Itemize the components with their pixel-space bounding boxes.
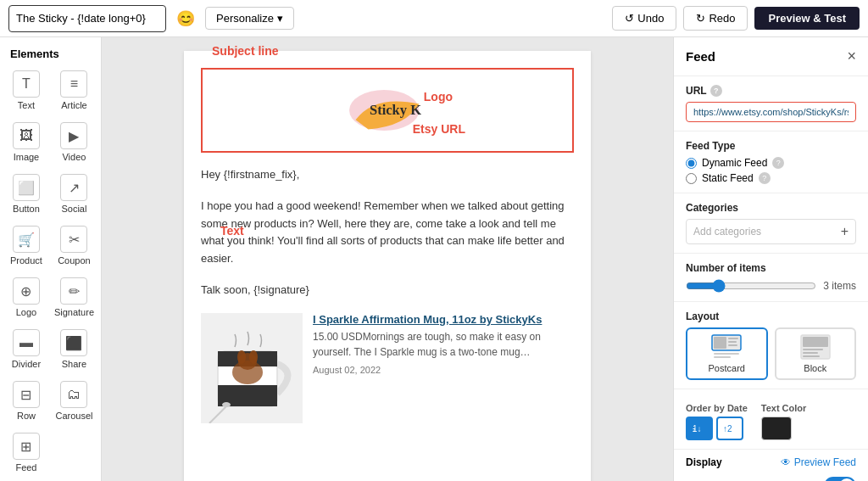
add-category-button[interactable]: + — [841, 224, 849, 239]
svg-rect-16 — [714, 353, 739, 355]
svg-text:↑2: ↑2 — [723, 424, 732, 433]
signature-icon: ✏ — [60, 277, 87, 305]
url-info-icon[interactable]: ? — [710, 85, 722, 97]
svg-line-9 — [209, 406, 226, 423]
canvas: Subject line Logo Etsy URL Text Sticky K — [102, 37, 673, 481]
sidebar-item-label: Product — [10, 255, 42, 266]
order-date-group: Order by Date 1↓ ₂ ↑2 — [686, 403, 748, 440]
num-items-label: Number of items — [686, 262, 856, 274]
subject-input[interactable] — [8, 5, 166, 32]
sidebar-title: Elements — [3, 44, 97, 65]
personalize-button[interactable]: Personalize ▾ — [205, 7, 294, 30]
static-feed-radio[interactable] — [686, 173, 697, 184]
text-color-label: Text Color — [761, 403, 807, 413]
static-feed-label: Static Feed — [702, 172, 754, 184]
image-toggle[interactable] — [824, 477, 856, 481]
sidebar-item-image[interactable]: 🖼 Image — [3, 117, 49, 167]
sidebar-item-carousel[interactable]: 🗂 Carousel — [51, 376, 97, 426]
left-sidebar: Elements T Text ≡ Article 🖼 Image ▶ Vide… — [0, 37, 102, 481]
redo-icon: ↻ — [696, 12, 705, 25]
sidebar-item-article[interactable]: ≡ Article — [51, 65, 97, 115]
text-color-swatch[interactable] — [761, 417, 792, 440]
carousel-icon: 🗂 — [60, 381, 87, 408]
sidebar-item-label: Text — [18, 100, 35, 110]
sidebar-item-video[interactable]: ▶ Video — [51, 117, 97, 167]
block-layout-icon — [800, 334, 831, 360]
dynamic-info-icon[interactable]: ? — [772, 157, 784, 169]
block-layout-card[interactable]: Block — [775, 327, 857, 380]
sidebar-item-divider[interactable]: ▬ Divider — [3, 324, 49, 374]
sidebar-item-label: Coupon — [58, 255, 91, 266]
order-buttons: 1↓ ₂ ↑2 — [686, 417, 748, 440]
dynamic-feed-radio[interactable] — [686, 158, 697, 169]
display-row: Display 👁 Preview Feed — [674, 450, 868, 475]
product-info: I Sparkle Affirmation Mug, 11oz by Stick… — [313, 313, 574, 375]
svg-rect-17 — [714, 356, 731, 358]
url-input[interactable] — [686, 102, 856, 122]
sidebar-item-text[interactable]: T Text — [3, 65, 49, 115]
postcard-layout-card[interactable]: Postcard — [686, 327, 768, 380]
sidebar-item-row[interactable]: ⊟ Row — [3, 376, 49, 426]
product-title[interactable]: I Sparkle Affirmation Mug, 11oz by Stick… — [313, 313, 574, 326]
video-icon: ▶ — [60, 122, 87, 149]
divider-icon: ▬ — [13, 329, 40, 356]
preview-feed-button[interactable]: 👁 Preview Feed — [781, 456, 856, 468]
svg-rect-19 — [803, 337, 828, 347]
block-label: Block — [804, 363, 826, 373]
article-icon: ≡ — [60, 70, 87, 98]
svg-rect-20 — [803, 349, 823, 350]
layout-cards: Postcard Block — [686, 327, 856, 380]
sidebar-item-share[interactable]: ⬛ Share — [51, 324, 97, 374]
items-slider[interactable] — [686, 279, 816, 293]
sidebar-item-logo[interactable]: ⊕ Logo — [3, 272, 49, 322]
undo-icon: ↺ — [625, 12, 634, 25]
preview-test-button[interactable]: Preview & Test — [754, 7, 860, 30]
sidebar-item-feed[interactable]: ⊞ Feed — [3, 428, 49, 478]
canvas-wrapper: Subject line Logo Etsy URL Text Sticky K — [102, 37, 673, 481]
slider-row: 3 items — [686, 279, 856, 293]
sidebar-item-coupon[interactable]: ✂ Coupon — [51, 221, 97, 271]
sidebar-item-label: Image — [14, 152, 40, 162]
num-items-section: Number of items 3 items — [674, 254, 868, 302]
url-label: URL ? — [686, 85, 856, 97]
order-desc-button[interactable]: ↑2 — [716, 417, 743, 440]
logo-container[interactable]: Sticky K — [201, 68, 574, 153]
static-info-icon[interactable]: ? — [759, 172, 771, 184]
sidebar-item-button[interactable]: ⬜ Button — [3, 169, 49, 219]
categories-input[interactable]: Add categories + — [686, 219, 856, 244]
svg-point-10 — [222, 402, 231, 407]
coupon-icon: ✂ — [60, 226, 87, 253]
sidebar-item-label: Social — [61, 204, 86, 214]
chevron-down-icon: ▾ — [277, 12, 283, 25]
sidebar-item-label: Video — [62, 152, 86, 162]
sidebar-item-social[interactable]: ↗ Social — [51, 169, 97, 219]
product-date: August 02, 2022 — [313, 365, 574, 375]
layout-section: Layout Postcard — [674, 302, 868, 389]
share-icon: ⬛ — [60, 329, 87, 356]
feed-panel: Feed × URL ? Feed Type Dynamic Feed ? — [673, 37, 868, 481]
svg-point-7 — [237, 350, 246, 364]
svg-rect-21 — [803, 352, 818, 354]
static-feed-radio-label[interactable]: Static Feed ? — [686, 172, 856, 184]
redo-button[interactable]: ↻ Redo — [683, 6, 748, 31]
panel-close-button[interactable]: × — [847, 48, 856, 65]
sidebar-item-label: Feed — [15, 462, 36, 473]
undo-button[interactable]: ↺ Undo — [612, 6, 676, 31]
feed-type-radio-group: Dynamic Feed ? Static Feed ? — [686, 157, 856, 184]
dynamic-feed-label: Dynamic Feed — [702, 157, 767, 169]
dynamic-feed-radio-label[interactable]: Dynamic Feed ? — [686, 157, 856, 169]
sidebar-item-signature[interactable]: ✏ Signature — [51, 272, 97, 322]
order-asc-button[interactable]: 1↓ ₂ — [686, 417, 713, 440]
email-closing: Talk soon, {!signature} — [201, 282, 574, 299]
image-icon: 🖼 — [13, 122, 40, 149]
sidebar-item-label: Button — [13, 204, 40, 214]
sort-desc-icon: ↑2 — [722, 421, 737, 436]
emoji-button[interactable]: 😊 — [173, 9, 198, 28]
sidebar-item-label: Carousel — [55, 411, 92, 421]
sidebar-grid: T Text ≡ Article 🖼 Image ▶ Video ⬜ Butto… — [3, 65, 97, 478]
svg-rect-22 — [803, 355, 820, 357]
top-bar-left: 😊 Personalize ▾ — [8, 5, 294, 32]
panel-title: Feed — [686, 49, 715, 64]
panel-header: Feed × — [674, 37, 868, 76]
sidebar-item-product[interactable]: 🛒 Product — [3, 221, 49, 271]
